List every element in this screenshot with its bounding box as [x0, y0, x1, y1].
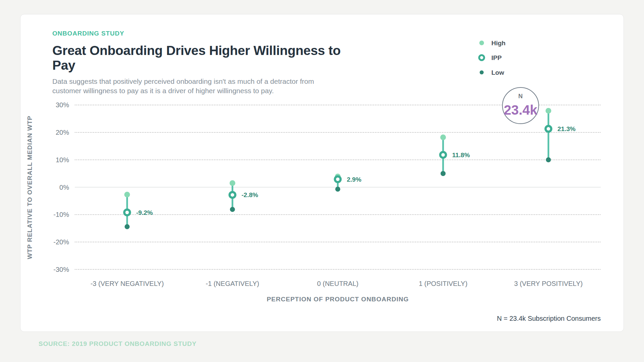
sample-size-footnote: N = 23.4k Subscription Consumers	[497, 315, 601, 322]
n-badge-label: N	[518, 93, 523, 100]
ytick-label--20: -20%	[53, 238, 69, 246]
source-note: SOURCE: 2019 PRODUCT ONBOARDING STUDY	[39, 340, 197, 348]
x-axis-title: PERCEPTION OF PRODUCT ONBOARDING	[267, 296, 409, 303]
grid-layer: 30%20%10%0%-10%-20%-30%	[53, 101, 601, 273]
ring-ipp-1	[230, 192, 235, 198]
point-label-2: 2.9%	[347, 176, 361, 183]
legend-low-label: Low	[491, 69, 504, 76]
dot-high-0	[124, 192, 130, 197]
ring-ipp-0	[124, 209, 130, 215]
dot-high-4	[546, 108, 551, 114]
ytick-label--30: -30%	[53, 266, 69, 273]
n-annotation-badge: N 23.4k	[502, 87, 539, 124]
point-label-1: -2.8%	[241, 191, 258, 198]
chart-legend: High IPP Low	[479, 40, 506, 76]
dot-low-1	[230, 207, 235, 212]
dot-high-3	[440, 134, 446, 140]
xtick-label-0: -3 (VERY NEGATIVELY)	[91, 280, 164, 287]
ring-ipp-3	[440, 152, 446, 158]
dot-low-3	[441, 171, 446, 176]
legend-ipp-label: IPP	[491, 54, 502, 61]
ytick-label--10: -10%	[53, 211, 69, 218]
dot-low-2	[335, 187, 340, 192]
y-axis-title: WTP RELATIVE TO OVERALL MEDIAN WTP	[26, 116, 33, 259]
data-layer: -9.2%-3 (VERY NEGATIVELY)-2.8%-1 (NEGATI…	[91, 108, 583, 287]
legend-high-label: High	[491, 40, 505, 47]
n-badge-value: 23.4k	[504, 103, 538, 117]
ring-ipp-4	[546, 126, 551, 132]
xtick-label-3: 1 (POSITIVELY)	[419, 280, 467, 287]
point-label-3: 11.8%	[452, 152, 470, 159]
chart-card: ONBOARDING STUDY Great Onboarding Drives…	[20, 14, 624, 332]
xtick-label-4: 3 (VERY POSITIVELY)	[514, 280, 583, 287]
point-label-0: -9.2%	[136, 209, 153, 216]
xtick-label-1: -1 (NEGATIVELY)	[206, 280, 259, 287]
dot-low-0	[125, 224, 130, 229]
dot-low-4	[546, 157, 551, 162]
ytick-label-10: 10%	[56, 156, 69, 164]
wtp-dot-range-chart: 30%20%10%0%-10%-20%-30% N 23.4k -9.2%-3 …	[20, 14, 624, 332]
ytick-label-0: 0%	[59, 184, 69, 191]
point-label-4: 21.3%	[557, 125, 576, 132]
legend-low-dot-icon	[480, 70, 484, 74]
legend-high-dot-icon	[479, 41, 484, 45]
ytick-label-30: 30%	[56, 101, 69, 109]
ytick-label-20: 20%	[56, 129, 69, 136]
xtick-label-2: 0 (NEUTRAL)	[317, 280, 358, 287]
ring-ipp-2	[335, 176, 341, 182]
dot-high-1	[230, 180, 235, 186]
legend-ipp-ring-icon	[479, 55, 484, 60]
